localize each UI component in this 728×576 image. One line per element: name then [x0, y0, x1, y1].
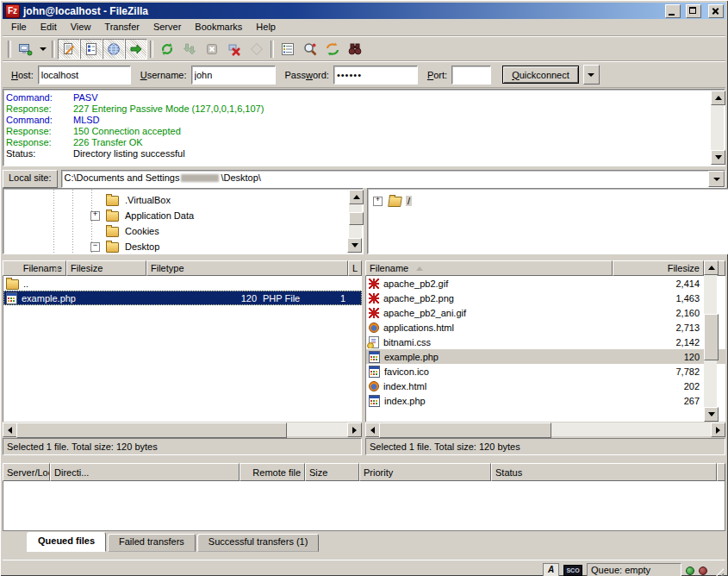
combo-dropdown-icon[interactable] [708, 171, 725, 187]
reconnect-icon[interactable] [246, 39, 268, 59]
menu-item[interactable]: Edit [34, 20, 64, 34]
scroll-down-icon[interactable] [704, 407, 719, 422]
column-header[interactable]: Size [305, 463, 359, 481]
quickconnect-button[interactable]: Quickconnect [502, 66, 579, 84]
file-row[interactable]: example.php 120 PHP File 1 [3, 291, 362, 305]
port-input[interactable] [451, 66, 491, 85]
column-header[interactable]: Priority [359, 463, 491, 481]
menu-item[interactable]: Bookmarks [188, 20, 249, 34]
file-row[interactable]: index.php 267 [366, 393, 725, 408]
column-header[interactable]: L [348, 260, 362, 276]
scroll-left-icon[interactable] [365, 423, 380, 437]
column-header[interactable]: Directi... [50, 463, 240, 481]
data-type-indicator-icon[interactable]: A [543, 563, 559, 576]
scroll-down-icon[interactable] [347, 238, 362, 253]
queue-tab[interactable]: Successful transfers (1) [197, 534, 320, 552]
scroll-right-icon[interactable] [347, 423, 362, 437]
speed-limit-icon[interactable]: SCO [563, 565, 582, 576]
remote-list-header: Filename Filesize [365, 260, 725, 276]
scroll-up-icon[interactable] [349, 190, 364, 204]
column-header[interactable]: Server/Local file [3, 463, 50, 481]
toggle-remote-tree-icon[interactable] [103, 39, 125, 59]
toggle-transfer-queue-icon[interactable] [125, 39, 147, 59]
column-header[interactable]: Filename [365, 260, 613, 276]
scroll-right-icon[interactable] [711, 423, 725, 437]
remote-hscrollbar[interactable] [365, 423, 725, 436]
cancel-operation-icon[interactable] [201, 39, 223, 59]
local-site-combo[interactable]: C:\Documents and Settings\Desktop\ [61, 170, 725, 188]
scroll-left-icon[interactable] [3, 423, 17, 437]
column-header[interactable]: Filename [3, 260, 66, 276]
toolbar [3, 36, 725, 61]
tree-item[interactable]: Cookies [4, 223, 364, 239]
column-header[interactable]: Filesize [66, 260, 146, 276]
local-list-header: FilenameFilesizeFiletypeL [3, 260, 362, 276]
file-row[interactable]: apache_pb2.gif 2,414 [366, 276, 725, 291]
file-row[interactable]: index.html 202 [366, 379, 725, 393]
file-row[interactable]: bitnami.css 2,142 [366, 335, 725, 349]
expander-icon[interactable] [90, 242, 100, 252]
disconnect-icon[interactable] [223, 39, 246, 59]
column-header[interactable]: Status [491, 463, 717, 481]
file-row[interactable]: example.php 120 [366, 349, 725, 364]
local-tree-scrollbar[interactable] [349, 190, 362, 253]
username-input[interactable] [191, 66, 276, 85]
expander-icon[interactable] [373, 197, 383, 206]
synchronized-browsing-icon[interactable] [321, 39, 344, 59]
log-line: Command: PASV [6, 92, 710, 103]
menu-item[interactable]: View [64, 20, 98, 34]
queue-tab[interactable]: Queued files [27, 532, 106, 552]
scrollbar-thumb[interactable] [16, 423, 287, 438]
process-queue-icon[interactable] [178, 39, 201, 59]
window-title: john@localhost - FileZilla [23, 5, 660, 17]
directory-filters-icon[interactable] [277, 39, 299, 59]
tree-item[interactable]: / [373, 193, 727, 209]
resize-grip[interactable] [712, 568, 724, 576]
quickconnect-bar: Host: Username: Password: Port: Quickcon… [3, 61, 725, 88]
scrollbar-thumb[interactable] [704, 314, 719, 360]
scroll-down-icon[interactable] [711, 150, 725, 165]
host-input[interactable] [38, 66, 131, 85]
file-row[interactable]: apache_pb2.png 1,463 [366, 291, 725, 305]
file-row[interactable]: applications.html 2,713 [366, 320, 725, 335]
menu-item[interactable]: Server [146, 20, 188, 34]
tree-item[interactable]: Desktop [4, 239, 364, 254]
file-row[interactable]: apache_pb2_ani.gif 2,160 [366, 305, 725, 320]
scroll-up-icon[interactable] [704, 260, 719, 275]
password-input[interactable] [333, 66, 418, 85]
directory-comparison-icon[interactable] [299, 39, 321, 59]
file-icon [6, 292, 17, 304]
file-row[interactable]: .. [3, 276, 362, 291]
column-header[interactable] [717, 463, 725, 481]
site-manager-dropdown-icon[interactable] [36, 39, 49, 59]
menu-item[interactable]: File [4, 20, 34, 34]
quickconnect-dropdown-icon[interactable] [583, 65, 600, 85]
column-header[interactable]: Remote file [240, 463, 305, 481]
column-header[interactable]: Filesize [613, 260, 704, 276]
scroll-up-icon[interactable] [711, 91, 725, 105]
transfer-queue: Server/Local fileDirecti...Remote fileSi… [3, 463, 725, 531]
refresh-icon[interactable] [156, 39, 178, 59]
find-files-icon[interactable] [344, 39, 366, 59]
tree-item[interactable]: Application Data [4, 208, 364, 223]
file-icon [369, 336, 379, 348]
tree-item[interactable]: .VirtualBox [4, 192, 364, 208]
menu-item[interactable]: Help [249, 20, 283, 34]
site-manager-icon[interactable] [14, 39, 36, 59]
queue-body [3, 481, 725, 531]
log-scrollbar[interactable] [711, 91, 724, 165]
menu-item[interactable]: Transfer [97, 20, 146, 34]
remote-vscrollbar[interactable] [704, 260, 717, 422]
minimize-button[interactable] [665, 4, 681, 18]
expander-icon[interactable] [90, 211, 100, 221]
close-button[interactable] [708, 4, 724, 18]
column-header[interactable]: Filetype [146, 260, 348, 276]
toggle-message-log-icon[interactable] [58, 39, 80, 59]
local-hscrollbar[interactable] [3, 423, 362, 436]
toggle-local-tree-icon[interactable] [80, 39, 103, 59]
queue-tab[interactable]: Failed transfers [108, 534, 196, 552]
scrollbar-thumb[interactable] [379, 423, 551, 438]
scrollbar-thumb[interactable] [349, 212, 364, 225]
file-row[interactable]: favicon.ico 7,782 [366, 364, 725, 379]
maximize-button[interactable] [686, 4, 701, 18]
